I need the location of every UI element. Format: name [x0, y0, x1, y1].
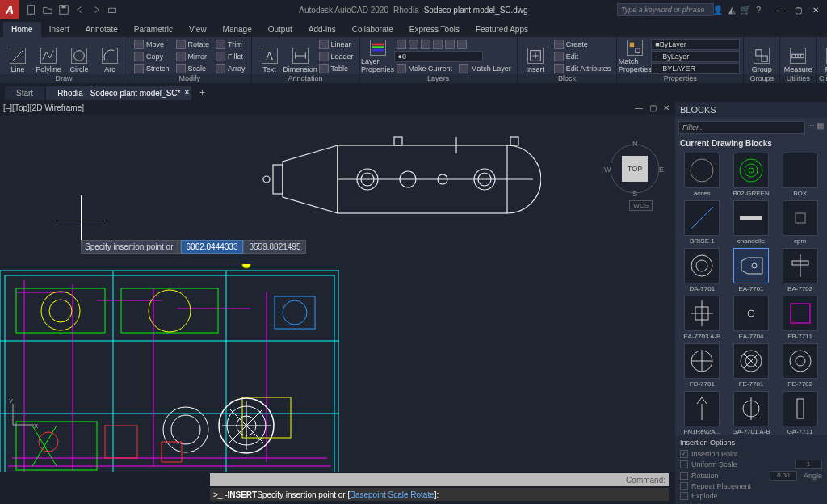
fillet-button[interactable]: Fillet — [213, 51, 248, 62]
table-button[interactable]: Table — [317, 63, 356, 74]
cmd-options[interactable]: Basepoint Scale Rotate — [350, 490, 434, 499]
tab-view[interactable]: View — [181, 22, 215, 37]
linetype-dropdown[interactable]: — BYLAYER — [651, 63, 740, 74]
autodesk-icon[interactable]: ◭ — [728, 5, 735, 15]
close-button[interactable]: ✕ — [808, 3, 824, 16]
cart-icon[interactable]: 🛒 — [740, 5, 751, 15]
new-icon[interactable] — [26, 4, 37, 15]
block-item[interactable]: EA-7704 — [728, 296, 775, 340]
tab-home[interactable]: Home — [3, 22, 41, 37]
command-line[interactable]: >_ - INSERT Specify insertion point or [… — [210, 488, 669, 501]
circle-button[interactable]: Circle — [65, 40, 94, 74]
search-input[interactable]: Type a keyword or phrase — [617, 3, 714, 16]
line-button[interactable]: Line — [3, 40, 32, 74]
close-icon[interactable]: ✕ — [184, 89, 190, 96]
dimension-button[interactable]: Dimension — [286, 40, 315, 74]
viewcube-face[interactable]: TOP — [622, 156, 648, 182]
save-icon[interactable] — [58, 4, 69, 15]
option-value[interactable]: 0.00 — [770, 471, 797, 481]
mirror-button[interactable]: Mirror — [174, 51, 212, 62]
copy-button[interactable]: Copy — [132, 51, 172, 62]
filter-view-icon[interactable]: ▦ — [817, 121, 824, 134]
option-row[interactable]: Repeat Placement — [680, 481, 822, 491]
option-row[interactable]: Uniform Scale1 — [680, 459, 822, 470]
block-item[interactable]: FE-7702 — [776, 343, 824, 388]
block-item[interactable]: chandelle — [728, 200, 775, 245]
polyline-button[interactable]: Polyline — [34, 40, 63, 74]
maximize-button[interactable]: ▢ — [790, 3, 806, 16]
filter-options-icon[interactable]: ⋯ — [807, 121, 815, 134]
canvas[interactable]: TOP N E S W WCS — [0, 115, 675, 472]
block-item[interactable]: FB-7711 — [776, 296, 824, 340]
rotate-button[interactable]: Rotate — [174, 39, 212, 50]
checkbox-icon[interactable] — [680, 482, 688, 490]
block-item[interactable]: DA-7701 — [678, 248, 726, 292]
file-tab-start[interactable]: Start — [5, 86, 44, 100]
linear-button[interactable]: Linear — [317, 39, 356, 50]
option-row[interactable]: ✓Insertion Point — [680, 449, 822, 459]
block-item[interactable]: EA-7702 — [776, 248, 824, 292]
tab-annotate[interactable]: Annotate — [78, 22, 126, 37]
paste-button[interactable]: Paste — [820, 40, 827, 74]
insert-button[interactable]: Insert — [521, 40, 550, 74]
wcs-label[interactable]: WCS — [629, 200, 653, 211]
tab-insert[interactable]: Insert — [41, 22, 78, 37]
checkbox-icon[interactable] — [680, 492, 688, 500]
checkbox-icon[interactable] — [680, 460, 688, 468]
stretch-button[interactable]: Stretch — [132, 63, 172, 74]
tab-output[interactable]: Output — [260, 22, 300, 37]
block-item[interactable]: acces — [678, 153, 726, 197]
minimize-button[interactable]: — — [772, 3, 788, 16]
block-item[interactable]: cpm — [776, 200, 824, 245]
ucs-icon[interactable]: Y X — [6, 399, 39, 431]
layer-properties-button[interactable]: Layer Properties — [363, 40, 393, 74]
signin-icon[interactable]: 👤 — [712, 5, 724, 15]
tab-addins[interactable]: Add-ins — [300, 22, 344, 37]
checkbox-icon[interactable] — [680, 472, 688, 480]
block-item[interactable]: BRISE 1 — [678, 200, 726, 245]
tab-collaborate[interactable]: Collaborate — [344, 22, 401, 37]
text-button[interactable]: AText — [255, 40, 284, 74]
block-item[interactable]: FD-7701 — [678, 343, 726, 388]
create-button[interactable]: Create — [552, 39, 614, 50]
trim-button[interactable]: Trim — [213, 39, 248, 50]
checkbox-icon[interactable]: ✓ — [680, 450, 688, 458]
move-button[interactable]: Move — [132, 39, 172, 50]
scale-button[interactable]: Scale — [174, 63, 212, 74]
layer-dropdown[interactable]: ● 0 — [394, 51, 483, 62]
lineweight-dropdown[interactable]: — ByLayer — [651, 51, 740, 62]
block-item[interactable]: B02-GREEN — [728, 153, 775, 197]
tab-manage[interactable]: Manage — [215, 22, 260, 37]
block-item[interactable]: FN1Rev2A... — [678, 391, 726, 435]
vp-max-icon[interactable]: ▢ — [647, 103, 659, 112]
edit-button[interactable]: Edit — [552, 51, 614, 62]
make-current-button[interactable]: Make Current — [394, 63, 455, 74]
block-item[interactable]: GA-7711 — [776, 391, 824, 435]
view-cube[interactable]: TOP N E S W — [609, 143, 661, 195]
layer-icons-row[interactable] — [394, 39, 514, 50]
block-item[interactable]: GA-7701 A-B — [728, 391, 775, 435]
print-icon[interactable] — [107, 4, 118, 15]
tab-parametric[interactable]: Parametric — [126, 22, 181, 37]
block-item[interactable]: BOX — [776, 153, 824, 197]
open-icon[interactable] — [42, 4, 53, 15]
option-value[interactable]: 1 — [795, 460, 822, 469]
redo-icon[interactable] — [90, 4, 102, 15]
block-item[interactable]: EA-7701 — [728, 248, 775, 292]
file-tab-document[interactable]: Rhodia - Sodeco plant model_SC*✕ — [46, 86, 191, 100]
undo-icon[interactable] — [74, 4, 86, 15]
viewport-label[interactable]: [–][Top][2D Wireframe] — [3, 103, 84, 112]
option-row[interactable]: Rotation0.00Angle — [680, 470, 822, 481]
array-button[interactable]: Array — [213, 63, 248, 74]
match-properties-button[interactable]: Match Properties — [620, 40, 649, 74]
leader-button[interactable]: Leader — [317, 51, 356, 62]
edit-attributes-button[interactable]: Edit Attributes — [552, 63, 614, 74]
filter-input[interactable]: Filter... — [678, 121, 805, 134]
help-icon[interactable]: ? — [756, 5, 761, 15]
arc-button[interactable]: Arc — [95, 40, 124, 74]
tab-featuredapps[interactable]: Featured Apps — [468, 22, 536, 37]
block-item[interactable]: EA-7703 A-B — [678, 296, 726, 340]
vp-close-icon[interactable]: ✕ — [661, 103, 672, 112]
tab-expresstools[interactable]: Express Tools — [401, 22, 468, 37]
dynamic-input-y[interactable]: 3559.8821495 — [243, 240, 306, 254]
